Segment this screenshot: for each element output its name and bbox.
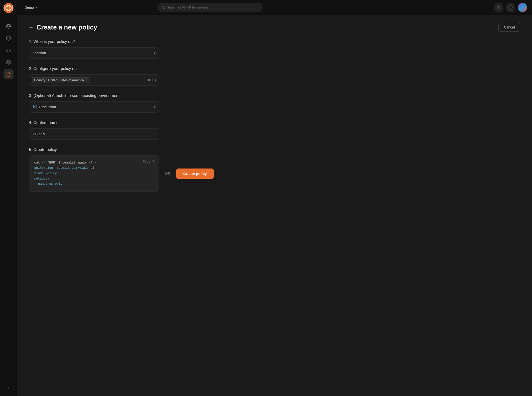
policy-name-input[interactable] (29, 128, 159, 140)
workspace-chevron: ▾ (36, 6, 37, 9)
policy-type-select[interactable]: Location ▾ (29, 48, 159, 58)
sidebar-divider (4, 18, 14, 18)
or-label: OR (165, 172, 170, 176)
code-block: Copy cat << 'EOF' | beamlit apply -f - a… (29, 156, 159, 192)
create-row: Copy cat << 'EOF' | beamlit apply -f - a… (29, 156, 520, 192)
app-logo[interactable] (4, 3, 14, 13)
topbar: Demo ▾ (17, 0, 532, 15)
svg-line-8 (164, 8, 164, 8)
copy-button[interactable]: Copy (143, 159, 155, 164)
code-icon[interactable] (4, 45, 14, 55)
environment-select[interactable]: Production ▾ (29, 102, 159, 112)
code-line-1: cat << 'EOF' | beamlit apply -f - (34, 160, 154, 166)
step5-label: 5. Create policy (29, 148, 520, 152)
page-title-area: ← Create a new policy (29, 24, 97, 31)
step4-label: 4. Confirm name (29, 120, 520, 125)
code-line-4: metadata: (34, 176, 154, 182)
user-avatar[interactable] (518, 3, 527, 12)
country-tag-label: Country : United States of America (34, 78, 84, 82)
page-content: ← Create a new policy Cancel 1. What is … (17, 15, 532, 396)
svg-marker-12 (33, 105, 36, 106)
environment-chevron: ▾ (154, 105, 155, 109)
policy-type-value: Location (33, 51, 46, 55)
workspace-selector[interactable]: Demo ▾ (22, 4, 40, 11)
svg-point-7 (162, 6, 164, 8)
step5-section: 5. Create policy Copy cat << 'EOF' | bea… (29, 148, 520, 192)
policy-type-chevron: ▾ (154, 51, 155, 55)
cube-icon[interactable] (4, 33, 14, 43)
main-area: Demo ▾ (17, 0, 532, 396)
configure-select[interactable]: Country : United States of America ✕ ✕ ▾ (29, 74, 159, 86)
svg-point-11 (510, 7, 511, 8)
topbar-actions (494, 3, 527, 12)
create-policy-button[interactable]: Create policy (176, 168, 214, 179)
environment-value: Production (33, 104, 56, 110)
sidebar: › (0, 0, 17, 396)
multi-select-actions: ✕ ▾ (148, 78, 156, 82)
code-line-3: kind: Policy (34, 171, 154, 176)
copy-label: Copy (143, 159, 150, 164)
step2-label: 2. Configure your policy on (29, 66, 520, 71)
settings-button[interactable] (506, 3, 515, 12)
layers-icon[interactable] (4, 57, 14, 67)
environment-value-text: Production (39, 105, 56, 109)
search-bar[interactable] (158, 3, 262, 12)
back-button[interactable]: ← (29, 25, 34, 30)
multi-select-clear-btn[interactable]: ✕ (148, 78, 150, 82)
svg-rect-13 (153, 161, 155, 163)
tag-remove-btn[interactable]: ✕ (85, 78, 88, 82)
page-title: Create a new policy (36, 24, 97, 31)
code-line-2: apiVersion: beamlit.com/v1alpha1 (34, 166, 154, 171)
globe-icon[interactable] (4, 21, 14, 31)
workspace-name: Demo (24, 6, 34, 10)
search-icon (162, 6, 165, 9)
step1-section: 1. What is your policy on? Location ▾ (29, 40, 520, 58)
search-input[interactable] (167, 6, 258, 9)
cancel-button[interactable]: Cancel (498, 23, 520, 32)
step3-label: 3. (Optional) Attach it to some existing… (29, 94, 520, 98)
country-tag: Country : United States of America ✕ (32, 77, 90, 83)
step2-section: 2. Configure your policy on Country : Un… (29, 66, 520, 86)
step3-section: 3. (Optional) Attach it to some existing… (29, 94, 520, 112)
layers-select-icon (33, 104, 37, 110)
code-line-5: name: us-only (34, 182, 154, 187)
step1-label: 1. What is your policy on? (29, 40, 520, 44)
step4-section: 4. Confirm name (29, 120, 520, 140)
svg-marker-6 (6, 60, 10, 62)
file-icon[interactable] (4, 69, 14, 79)
sidebar-expand-btn[interactable]: › (4, 383, 14, 393)
page-header: ← Create a new policy Cancel (29, 23, 520, 32)
multi-select-chevron[interactable]: ▾ (155, 78, 156, 82)
multi-select-divider (152, 78, 153, 82)
help-button[interactable] (494, 3, 503, 12)
